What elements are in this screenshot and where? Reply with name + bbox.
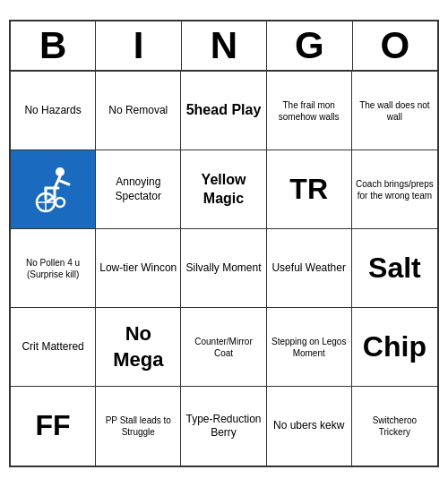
bingo-cell-2: 5head Play [181,72,266,150]
bingo-letter-b: B [11,21,96,70]
bingo-cell-13: Useful Weather [267,229,352,308]
svg-line-1 [55,176,60,188]
bingo-cell-7: Yellow Magic [181,150,266,229]
bingo-cell-21: PP Stall leads to Struggle [96,387,181,466]
cell-text-17: Counter/Mirror Coat [185,336,262,359]
bingo-header: BINGO [11,21,437,72]
cell-text-12: Silvally Moment [185,261,261,276]
cell-text-16: No Mega [99,321,177,372]
cell-text-24: Switcheroo Trickery [356,414,434,438]
cell-text-7: Yellow Magic [185,171,262,209]
bingo-cell-6: Annoying Spectator [96,150,181,229]
bingo-cell-11: Low-tier Wincon [96,229,181,308]
cell-text-1: No Removal [108,104,168,118]
cell-text-6: Annoying Spectator [99,175,177,203]
bingo-cell-4: The wall does not wall [352,72,437,150]
bingo-cell-12: Silvally Moment [181,229,266,308]
bingo-cell-1: No Removal [96,72,181,150]
bingo-cell-3: The frail mon somehow walls [267,72,352,150]
bingo-grid: No HazardsNo Removal5head PlayThe frail … [11,72,437,466]
bingo-letter-n: N [182,21,267,70]
bingo-letter-o: O [353,21,437,70]
cell-text-18: Stepping on Legos Moment [271,336,348,359]
cell-text-11: Low-tier Wincon [99,261,177,276]
wheelchair-icon [26,163,80,217]
bingo-letter-i: I [96,21,181,70]
cell-text-0: No Hazards [24,104,81,118]
svg-line-2 [60,181,69,184]
cell-text-2: 5head Play [186,101,262,120]
bingo-cell-18: Stepping on Legos Moment [267,308,352,387]
cell-text-13: Useful Weather [271,261,345,276]
cell-text-19: Chip [363,329,426,366]
bingo-cell-8: TR [267,150,352,229]
bingo-cell-15: Crit Mattered [11,308,96,387]
bingo-cell-9: Coach brings/preps for the wrong team [352,150,437,229]
bingo-cell-17: Counter/Mirror Coat [181,308,266,387]
cell-text-15: Crit Mattered [22,340,83,355]
bingo-letter-g: G [267,21,352,70]
bingo-cell-0: No Hazards [11,72,96,150]
bingo-cell-14: Salt [352,229,437,308]
bingo-cell-10: No Pollen 4 u (Surprise kill) [11,229,96,308]
cell-text-22: Type-Reduction Berry [185,413,262,440]
bingo-cell-16: No Mega [96,308,181,387]
cell-text-23: No ubers kekw [273,419,344,433]
cell-text-21: PP Stall leads to Struggle [99,414,177,438]
bingo-card: BINGO No HazardsNo Removal5head PlayThe … [9,20,439,467]
cell-text-20: FF [36,407,71,445]
bingo-cell-5 [11,150,96,229]
cell-text-3: The frail mon somehow walls [271,99,348,123]
svg-point-8 [56,198,65,207]
cell-text-8: TR [289,171,328,209]
bingo-cell-20: FF [11,387,96,466]
bingo-cell-24: Switcheroo Trickery [352,387,437,466]
svg-point-0 [56,167,65,176]
cell-text-14: Salt [368,250,421,287]
bingo-cell-22: Type-Reduction Berry [181,387,266,466]
bingo-cell-19: Chip [352,308,437,387]
cell-text-9: Coach brings/preps for the wrong team [356,178,434,201]
bingo-cell-23: No ubers kekw [267,387,352,466]
cell-text-10: No Pollen 4 u (Surprise kill) [14,257,91,280]
cell-text-4: The wall does not wall [356,99,434,123]
